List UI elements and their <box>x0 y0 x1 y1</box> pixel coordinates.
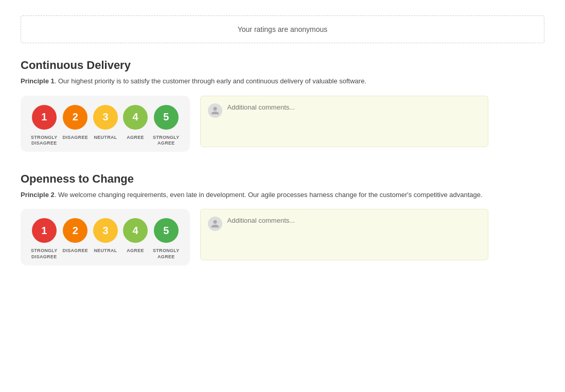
rating-circle-0-0[interactable]: 1 <box>32 105 57 130</box>
rating-label-0-2: NEUTRAL <box>94 135 117 141</box>
rating-circle-1-0[interactable]: 1 <box>32 218 57 243</box>
rating-item-0-1[interactable]: 2DISAGREE <box>63 105 88 141</box>
rating-label-1-1: DISAGREE <box>63 248 88 254</box>
rating-item-1-3[interactable]: 4AGREE <box>123 218 148 254</box>
anonymous-banner: Your ratings are anonymous <box>21 15 544 43</box>
rating-circle-0-2[interactable]: 3 <box>93 105 118 130</box>
comments-box-0 <box>200 96 488 147</box>
rating-label-0-1: DISAGREE <box>63 135 88 141</box>
rating-item-1-0[interactable]: 1STRONGLY DISAGREE <box>31 218 58 260</box>
rating-circle-1-4[interactable]: 5 <box>154 218 179 243</box>
comments-textarea-1[interactable] <box>227 217 481 253</box>
user-avatar-0 <box>208 103 222 118</box>
rating-item-0-2[interactable]: 3NEUTRAL <box>93 105 118 141</box>
comments-box-1 <box>200 209 488 260</box>
section-continuous-delivery: Continuous DeliveryPrinciple 1. Our high… <box>21 59 544 152</box>
rating-item-1-4[interactable]: 5STRONGLY AGREE <box>153 218 180 260</box>
comments-textarea-0[interactable] <box>227 103 481 139</box>
rating-scale-1: 1STRONGLY DISAGREE2DISAGREE3NEUTRAL4AGRE… <box>21 209 190 265</box>
rating-circle-0-3[interactable]: 4 <box>123 105 148 130</box>
rating-row-1: 1STRONGLY DISAGREE2DISAGREE3NEUTRAL4AGRE… <box>21 209 544 265</box>
rating-circle-0-1[interactable]: 2 <box>63 105 87 130</box>
rating-label-1-3: AGREE <box>127 248 144 254</box>
section-openness-to-change: Openness to ChangePrinciple 2. We welcom… <box>21 172 544 265</box>
rating-circle-0-4[interactable]: 5 <box>154 105 179 130</box>
rating-scale-0: 1STRONGLY DISAGREE2DISAGREE3NEUTRAL4AGRE… <box>21 96 190 152</box>
rating-item-0-0[interactable]: 1STRONGLY DISAGREE <box>31 105 58 147</box>
section-title-1: Openness to Change <box>21 172 544 186</box>
rating-label-0-3: AGREE <box>127 135 144 141</box>
rating-circle-1-2[interactable]: 3 <box>93 218 118 243</box>
anonymous-banner-text: Your ratings are anonymous <box>238 25 328 33</box>
rating-item-1-1[interactable]: 2DISAGREE <box>63 218 88 254</box>
rating-item-0-4[interactable]: 5STRONGLY AGREE <box>153 105 180 147</box>
rating-circle-1-3[interactable]: 4 <box>123 218 148 243</box>
rating-circle-1-1[interactable]: 2 <box>63 218 87 243</box>
rating-label-0-4: STRONGLY AGREE <box>153 135 180 147</box>
rating-label-1-4: STRONGLY AGREE <box>153 248 180 260</box>
rating-item-0-3[interactable]: 4AGREE <box>123 105 148 141</box>
principle-text-0: Principle 1. Our highest priority is to … <box>21 76 544 86</box>
rating-label-0-0: STRONGLY DISAGREE <box>31 135 58 147</box>
rating-label-1-2: NEUTRAL <box>94 248 117 254</box>
user-avatar-1 <box>208 217 222 231</box>
rating-row-0: 1STRONGLY DISAGREE2DISAGREE3NEUTRAL4AGRE… <box>21 96 544 152</box>
principle-text-1: Principle 2. We welcome changing require… <box>21 190 544 200</box>
rating-item-1-2[interactable]: 3NEUTRAL <box>93 218 118 254</box>
section-title-0: Continuous Delivery <box>21 59 544 72</box>
rating-label-1-0: STRONGLY DISAGREE <box>31 248 58 260</box>
